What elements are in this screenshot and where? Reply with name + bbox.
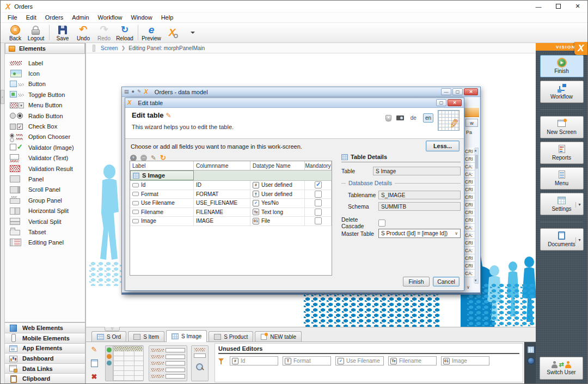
column-header[interactable]: Columnname <box>194 161 250 170</box>
menu-item[interactable]: Admin <box>68 13 93 22</box>
elements-panel-header[interactable]: Elements <box>5 43 85 54</box>
clipped-list-row[interactable]: CRI <box>464 201 475 209</box>
maximize-button[interactable] <box>548 1 568 12</box>
clipped-list-row[interactable]: CRI <box>464 262 475 270</box>
clipped-list-row[interactable]: CRI <box>464 239 475 247</box>
bottom-tab[interactable]: S Item <box>128 331 164 342</box>
bottom-tab[interactable]: S Image <box>166 330 207 342</box>
master-table-select[interactable]: S Product ([id] = [image Id])∨ <box>378 229 461 238</box>
report-icon[interactable] <box>89 358 100 368</box>
menu-item[interactable]: File <box>3 13 22 22</box>
element-palette-item[interactable]: Validator (Image) <box>10 142 85 153</box>
mandatory-checkbox[interactable] <box>315 191 322 198</box>
field-row[interactable]: Filename FILENAME Text long <box>130 208 332 217</box>
maximize-button[interactable]: ▢ <box>452 88 463 95</box>
visionx-logo-icon[interactable]: X <box>574 42 587 55</box>
toolbar-button[interactable]: Redo <box>94 23 114 42</box>
toolbar-button[interactable]: Back <box>5 23 26 42</box>
mandatory-checkbox[interactable] <box>315 181 322 188</box>
delete-icon[interactable]: ✖ <box>89 371 100 382</box>
element-palette-item[interactable]: Validation Result <box>10 163 85 174</box>
record-icon[interactable]: ● <box>132 89 134 94</box>
element-palette-item[interactable]: Radio Button <box>10 111 85 121</box>
unused-editor-chip[interactable]: Format <box>283 356 331 365</box>
camera-icon[interactable] <box>396 115 404 120</box>
breadcrumb-root[interactable]: Screen <box>101 45 118 51</box>
unused-editor-chip[interactable]: Id <box>230 356 278 365</box>
scrollbar-thumb[interactable] <box>475 155 478 169</box>
field-row[interactable]: Use Filename USE_FILENAME Yes/No <box>130 199 332 208</box>
sidebar-section-header[interactable]: Clipboard <box>5 373 85 383</box>
toolbar-button[interactable] <box>162 23 182 42</box>
mandatory-checkbox[interactable] <box>315 217 322 224</box>
element-palette-item[interactable]: Menu Button <box>10 100 85 111</box>
cancel-button[interactable]: Cancel <box>433 277 460 287</box>
element-palette-item[interactable]: Icon <box>10 68 85 78</box>
clipped-list-row[interactable]: CRI <box>464 209 475 216</box>
page-icon[interactable]: ▤ <box>124 89 129 94</box>
clipped-list-row[interactable]: CRI <box>464 186 475 193</box>
unused-editor-chip[interactable]: Use Filename <box>335 356 384 365</box>
globe-icon[interactable] <box>528 357 535 364</box>
filter-icon[interactable] <box>218 358 224 364</box>
table-field-value[interactable]: S Image <box>373 167 461 175</box>
form-layout-template[interactable] <box>149 345 187 381</box>
element-palette-item[interactable]: Group Panel <box>10 195 85 205</box>
clipped-button[interactable]: w <box>465 119 478 127</box>
toolbar-button[interactable]: Undo <box>73 23 94 42</box>
table-layout-template[interactable] <box>105 345 144 381</box>
tablename-value[interactable]: S_IMAGE <box>378 191 461 199</box>
clipped-list-row[interactable]: CA: <box>464 163 475 170</box>
vision-button[interactable]: Documents <box>540 228 584 251</box>
vision-button[interactable]: Menu <box>540 167 584 190</box>
sidebar-collapse-strip[interactable]: ‹ <box>1 43 5 383</box>
bottom-tab[interactable]: NEW table <box>255 331 302 342</box>
bottom-tab[interactable]: S Product <box>209 331 253 342</box>
sidebar-section-header[interactable]: Mobile Elements <box>5 333 85 343</box>
table-group-row[interactable]: S Image <box>130 170 332 181</box>
element-palette-item[interactable]: Option Chooser <box>10 132 85 142</box>
switch-user-button[interactable]: ⇄ Switch User <box>540 357 583 380</box>
element-palette-item[interactable]: Tabset <box>10 227 85 237</box>
maximize-button[interactable]: ▢ <box>436 99 446 106</box>
mandatory-checkbox[interactable] <box>315 199 322 206</box>
sidebar-section-header[interactable]: Dashboard <box>5 353 85 363</box>
unused-editor-chip[interactable]: Filename <box>388 356 437 365</box>
close-button[interactable]: ✕ <box>464 88 478 95</box>
close-button[interactable]: ✕ <box>448 99 462 106</box>
menu-item[interactable]: Orders <box>41 13 68 22</box>
clipped-list-row[interactable]: CRI <box>464 216 475 224</box>
menu-item[interactable]: Edit <box>22 13 41 22</box>
grid-view-icon[interactable] <box>528 346 534 353</box>
scroll-up-icon[interactable]: ▲ <box>474 148 477 153</box>
clipped-list-row[interactable]: CA: <box>464 231 475 239</box>
element-palette-item[interactable]: Vertical Split <box>10 216 85 227</box>
element-palette-item[interactable]: Scroll Panel <box>10 185 85 195</box>
collapse-left-icon[interactable]: ‹ <box>1 90 4 104</box>
sidebar-section-header[interactable]: Web Elements <box>5 322 85 333</box>
tag-icon[interactable] <box>385 115 391 121</box>
element-palette-item[interactable]: Panel <box>10 174 85 184</box>
clipped-list-row[interactable]: CRI <box>464 254 475 262</box>
element-palette-item[interactable]: Toggle Button <box>10 89 85 100</box>
edit-pencil-icon[interactable]: ✎ <box>137 89 142 94</box>
less-button[interactable]: Less... <box>426 141 460 151</box>
edit-pencil-icon[interactable]: ✎ <box>89 344 100 355</box>
bottom-tab[interactable]: S Ord <box>91 331 126 342</box>
clipped-list-row[interactable]: CA: <box>464 170 475 178</box>
clipped-list-row[interactable]: CRI <box>464 178 475 186</box>
data-model-title-bar[interactable]: ▤ ● ✎ X Orders - data model — ▢ ✕ <box>122 87 480 97</box>
column-header[interactable]: Mandatory <box>305 161 332 170</box>
element-palette-item[interactable]: Editing Panel <box>10 237 85 248</box>
sidebar-section-header[interactable]: App Elements <box>5 343 85 353</box>
clipped-list-row[interactable]: CA: <box>464 224 475 231</box>
element-palette-item[interactable]: Label <box>10 58 85 68</box>
vision-button[interactable]: Finish <box>540 55 584 77</box>
element-palette-item[interactable]: Check Box <box>10 121 85 131</box>
sidebar-section-header[interactable]: Data Links <box>5 363 85 374</box>
menu-item[interactable]: Window <box>127 13 157 22</box>
clipped-list-row[interactable]: CRI <box>464 155 475 163</box>
toolbar-button[interactable] <box>182 23 203 42</box>
toolbar-button[interactable]: Save <box>52 23 73 42</box>
vision-button[interactable]: Workflow <box>540 81 584 103</box>
